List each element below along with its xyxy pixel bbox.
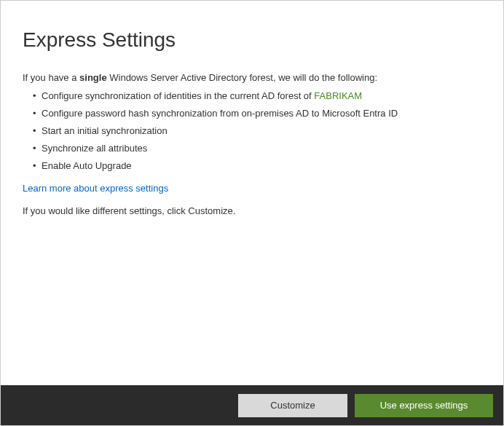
customize-button[interactable]: Customize: [238, 394, 347, 417]
page-title: Express Settings: [23, 28, 481, 52]
bullet-list: Configure synchronization of identities …: [23, 90, 481, 171]
list-item: Synchronize all attributes: [33, 143, 481, 154]
list-item: Enable Auto Upgrade: [33, 160, 481, 171]
list-item: Configure password hash synchronization …: [33, 108, 481, 119]
intro-prefix: If you have a: [23, 72, 79, 83]
intro-suffix: Windows Server Active Directory forest, …: [107, 72, 377, 83]
bullet-text: Configure synchronization of identities …: [42, 90, 314, 101]
main-content: Express Settings If you have a single Wi…: [1, 1, 503, 231]
list-item: Configure synchronization of identities …: [33, 90, 481, 101]
intro-bold: single: [79, 72, 107, 83]
footer-bar: Customize Use express settings: [1, 385, 503, 425]
customize-note: If you would like different settings, cl…: [23, 205, 481, 216]
use-express-settings-button[interactable]: Use express settings: [355, 394, 493, 417]
forest-name: FABRIKAM: [314, 90, 362, 101]
learn-more-link[interactable]: Learn more about express settings: [23, 183, 168, 194]
list-item: Start an initial synchronization: [33, 125, 481, 136]
intro-text: If you have a single Windows Server Acti…: [23, 72, 481, 83]
